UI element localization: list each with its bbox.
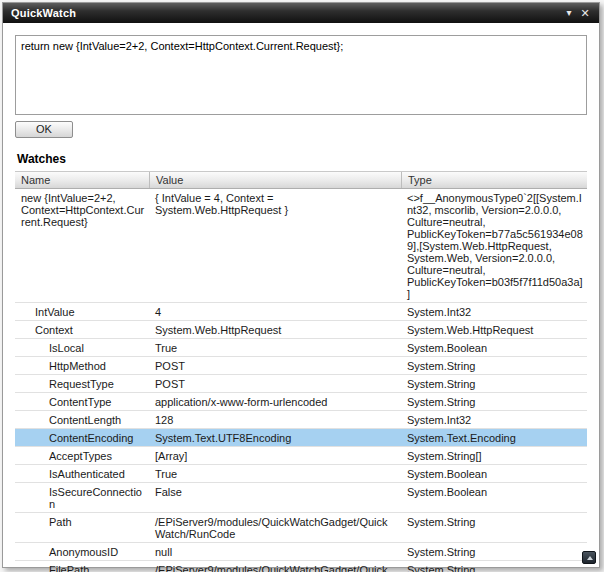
window-title: QuickWatch: [11, 7, 561, 19]
table-row[interactable]: IntValue 4 System.Int32: [15, 303, 587, 321]
watch-table-body: new {IntValue=2+2, Context=HttpContext.C…: [15, 189, 587, 572]
chevron-down-icon[interactable]: ▾: [561, 4, 577, 22]
code-input[interactable]: return new {IntValue=2+2, Context=HttpCo…: [15, 35, 587, 115]
table-row[interactable]: FilePath /EPiServer9/modules/QuickWatchG…: [15, 561, 587, 572]
table-row[interactable]: AnonymousID null System.String: [15, 543, 587, 561]
row-name: IsSecureConnection: [15, 483, 149, 512]
row-name: HttpMethod: [15, 357, 149, 374]
row-name: Context: [15, 321, 149, 338]
row-name: ContentLength: [15, 411, 149, 428]
ok-button[interactable]: OK: [15, 121, 73, 138]
row-type: System.Text.Encoding: [401, 429, 587, 446]
row-value: null: [149, 543, 401, 560]
table-row[interactable]: IsSecureConnection False System.Boolean: [15, 483, 587, 513]
column-header-value[interactable]: Value: [149, 172, 401, 188]
row-value: 4: [149, 303, 401, 320]
row-name: ContentType: [15, 393, 149, 410]
scroll-grip[interactable]: [582, 551, 596, 564]
row-value: System.Web.HttpRequest: [149, 321, 401, 338]
row-value: application/x-www-form-urlencoded: [149, 393, 401, 410]
row-type: System.Boolean: [401, 465, 587, 482]
row-name: AnonymousID: [15, 543, 149, 560]
row-name: IntValue: [15, 303, 149, 320]
row-value: /EPiServer9/modules/QuickWatchGadget/Qui…: [149, 561, 401, 572]
row-type: System.String[]: [401, 447, 587, 464]
row-name: ContentEncoding: [15, 429, 149, 446]
row-type: System.Web.HttpRequest: [401, 321, 587, 338]
row-type: System.String: [401, 375, 587, 392]
watches-heading: Watches: [17, 152, 587, 166]
row-value: POST: [149, 357, 401, 374]
row-type: System.Boolean: [401, 339, 587, 356]
row-value: System.Text.UTF8Encoding: [149, 429, 401, 446]
row-type: System.String: [401, 561, 587, 572]
column-header-type[interactable]: Type: [401, 172, 587, 188]
row-value: False: [149, 483, 401, 512]
row-name: IsLocal: [15, 339, 149, 356]
row-value: [Array]: [149, 447, 401, 464]
close-icon[interactable]: ✕: [577, 4, 593, 22]
table-row[interactable]: ContentType application/x-www-form-urlen…: [15, 393, 587, 411]
row-type: System.String: [401, 513, 587, 542]
table-row[interactable]: IsAuthenticated True System.Boolean: [15, 465, 587, 483]
titlebar[interactable]: QuickWatch ▾ ✕: [3, 3, 599, 23]
row-name: FilePath: [15, 561, 149, 572]
row-name: Path: [15, 513, 149, 542]
table-row[interactable]: ContentLength 128 System.Int32: [15, 411, 587, 429]
row-value: POST: [149, 375, 401, 392]
table-row[interactable]: Path /EPiServer9/modules/QuickWatchGadge…: [15, 513, 587, 543]
watch-table: Name Value Type new {IntValue=2+2, Conte…: [15, 171, 587, 572]
row-name: new {IntValue=2+2, Context=HttpContext.C…: [15, 189, 149, 302]
table-row[interactable]: new {IntValue=2+2, Context=HttpContext.C…: [15, 189, 587, 303]
row-type: System.Int32: [401, 411, 587, 428]
row-value: /EPiServer9/modules/QuickWatchGadget/Qui…: [149, 513, 401, 542]
row-type: System.Int32: [401, 303, 587, 320]
row-value: { IntValue = 4, Context = System.Web.Htt…: [149, 189, 401, 302]
column-header-name[interactable]: Name: [15, 172, 149, 188]
row-name: IsAuthenticated: [15, 465, 149, 482]
table-row[interactable]: IsLocal True System.Boolean: [15, 339, 587, 357]
table-row[interactable]: Context System.Web.HttpRequest System.We…: [15, 321, 587, 339]
row-type: System.String: [401, 357, 587, 374]
table-row[interactable]: HttpMethod POST System.String: [15, 357, 587, 375]
table-row[interactable]: RequestType POST System.String: [15, 375, 587, 393]
row-value: True: [149, 465, 401, 482]
row-type: System.Boolean: [401, 483, 587, 512]
quickwatch-window: QuickWatch ▾ ✕ return new {IntValue=2+2,…: [2, 2, 600, 568]
row-type: System.String: [401, 393, 587, 410]
table-header: Name Value Type: [15, 172, 587, 189]
table-row[interactable]: AcceptTypes [Array] System.String[]: [15, 447, 587, 465]
row-type: <>f__AnonymousType0`2[[System.Int32, msc…: [401, 189, 587, 302]
row-value: True: [149, 339, 401, 356]
table-row[interactable]: ContentEncoding System.Text.UTF8Encoding…: [15, 429, 587, 447]
row-value: 128: [149, 411, 401, 428]
row-type: System.String: [401, 543, 587, 560]
dialog-content: return new {IntValue=2+2, Context=HttpCo…: [3, 23, 599, 572]
row-name: RequestType: [15, 375, 149, 392]
row-name: AcceptTypes: [15, 447, 149, 464]
